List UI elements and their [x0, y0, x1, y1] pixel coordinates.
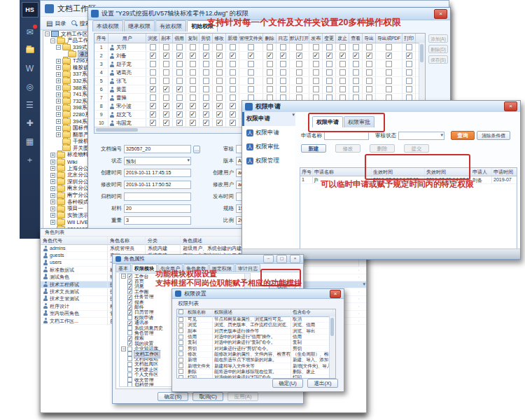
perm-checkbox[interactable]: [267, 78, 273, 84]
perm-checkbox[interactable]: [190, 44, 196, 50]
side-button-删除(D)[interactable]: 删除(D): [428, 45, 448, 53]
action-新建[interactable]: 新建: [301, 144, 326, 153]
perm-checkbox[interactable]: [150, 44, 156, 50]
perm-checkbox[interactable]: [267, 86, 273, 92]
perm-checkbox[interactable]: [163, 103, 169, 109]
perm-checkbox[interactable]: [248, 69, 254, 76]
apps-grid-icon[interactable]: ▦: [20, 132, 40, 150]
module-checkbox[interactable]: [127, 382, 132, 387]
field-材料[interactable]: 20: [124, 204, 191, 213]
row-checkbox[interactable]: [178, 375, 183, 379]
target-icon[interactable]: ◎: [20, 78, 40, 96]
module-checkbox[interactable]: [127, 310, 132, 315]
side-button-保存(S)[interactable]: 保存(S): [428, 55, 448, 64]
perm-checkbox[interactable]: [216, 103, 223, 109]
module-checkbox[interactable]: [127, 284, 132, 289]
perm-checkbox[interactable]: [163, 120, 169, 126]
perm-checkbox[interactable]: [150, 69, 156, 76]
row-checkbox[interactable]: [178, 369, 183, 374]
row-checkbox[interactable]: [178, 340, 183, 345]
perm-checkbox[interactable]: [216, 78, 223, 84]
field-创建时间[interactable]: 2019-10-11 17:45:15: [124, 169, 191, 177]
expand-toggle-icon[interactable]: +: [50, 179, 55, 184]
perm-checkbox[interactable]: [150, 52, 156, 59]
perm-checkbox[interactable]: [176, 86, 183, 92]
nav-item-权限审批[interactable]: 人权限审批: [242, 140, 295, 154]
close-icon[interactable]: ×: [290, 255, 300, 263]
perm-checkbox[interactable]: [406, 44, 412, 50]
field-状态[interactable]: 预制: [124, 157, 191, 165]
perm-checkbox[interactable]: [406, 61, 412, 67]
expand-toggle-icon[interactable]: +: [50, 160, 55, 164]
module-checkbox[interactable]: [127, 326, 132, 330]
nav-item-权限申请[interactable]: 人权限申请: [242, 126, 295, 140]
perm-checkbox[interactable]: [190, 103, 196, 109]
perm-checkbox[interactable]: [326, 69, 332, 76]
perm-checkbox[interactable]: [216, 120, 223, 126]
perm-checkbox[interactable]: [366, 78, 372, 84]
perm-checkbox[interactable]: [313, 61, 319, 67]
expand-toggle-icon[interactable]: +: [50, 186, 55, 191]
perm-checkbox[interactable]: [326, 44, 332, 50]
perm-checkbox[interactable]: [163, 86, 169, 92]
perm-checkbox[interactable]: [203, 44, 209, 50]
perm-checkbox[interactable]: [203, 103, 209, 109]
perm-checkbox[interactable]: [267, 69, 273, 76]
perm-checkbox[interactable]: [326, 52, 332, 59]
perm-checkbox[interactable]: [248, 78, 254, 84]
perm-checkbox[interactable]: [176, 103, 183, 109]
add-icon[interactable]: ✚: [20, 114, 40, 132]
perm-checkbox[interactable]: [190, 52, 196, 59]
expand-toggle-icon[interactable]: +: [56, 119, 61, 124]
module-checkbox[interactable]: [127, 351, 132, 356]
perm-checkbox[interactable]: [406, 69, 412, 76]
row-checkbox[interactable]: [178, 351, 183, 356]
module-checkbox[interactable]: [127, 305, 132, 310]
perm-checkbox[interactable]: [230, 120, 236, 126]
perm-checkbox[interactable]: [248, 61, 254, 67]
perm-checkbox[interactable]: [296, 61, 302, 67]
nav-item-权限申请[interactable]: 权限申请: [242, 112, 295, 126]
perm-checkbox[interactable]: [150, 120, 156, 126]
maximize-icon[interactable]: ▢: [276, 255, 287, 263]
perm-checkbox[interactable]: [296, 44, 302, 50]
perm-checkbox[interactable]: [406, 78, 412, 84]
perm-checkbox[interactable]: [230, 61, 236, 67]
perm-checkbox[interactable]: [203, 69, 209, 76]
module-checkbox[interactable]: [127, 341, 132, 346]
module-checkbox[interactable]: [127, 300, 132, 304]
perm-checkbox[interactable]: [353, 44, 359, 50]
perm-checkbox[interactable]: [203, 78, 209, 84]
perm-checkbox[interactable]: [150, 86, 156, 92]
expand-toggle-icon[interactable]: −: [50, 38, 55, 43]
perm-checkbox[interactable]: [313, 86, 319, 92]
expand-toggle-icon[interactable]: +: [50, 153, 55, 158]
row-checkbox[interactable]: [178, 346, 183, 351]
expand-toggle-icon[interactable]: +: [56, 112, 61, 117]
query-button[interactable]: 查询: [451, 131, 475, 140]
perm-checkbox[interactable]: [280, 69, 286, 76]
expand-toggle-icon[interactable]: +: [50, 173, 55, 178]
perm-checkbox[interactable]: [280, 44, 286, 50]
perm-checkbox[interactable]: [190, 94, 196, 101]
perm-checkbox[interactable]: [386, 69, 392, 76]
perm-checkbox[interactable]: [386, 61, 392, 67]
field-重量[interactable]: 3: [124, 216, 191, 225]
perm-checkbox[interactable]: [280, 52, 286, 59]
perm-checkbox[interactable]: [150, 111, 156, 118]
perm-checkbox[interactable]: [150, 78, 156, 84]
perm-checkbox[interactable]: [230, 69, 236, 76]
perm-checkbox[interactable]: [313, 52, 319, 59]
perm-checkbox[interactable]: [248, 86, 254, 92]
button-确定(U)[interactable]: 确定(U): [272, 379, 303, 388]
tab-继承权限[interactable]: 继承权限: [124, 20, 155, 31]
module-checkbox[interactable]: [127, 315, 132, 320]
tab-有效权限[interactable]: 有效权限: [155, 20, 186, 31]
perm-checkbox[interactable]: [163, 94, 169, 101]
perm-checkbox[interactable]: [203, 94, 209, 101]
perm-checkbox[interactable]: [163, 78, 169, 84]
perm-checkbox[interactable]: [313, 69, 319, 76]
module-checkbox[interactable]: [127, 377, 132, 382]
perm-checkbox[interactable]: [353, 52, 359, 59]
perm-checkbox[interactable]: [353, 78, 359, 84]
